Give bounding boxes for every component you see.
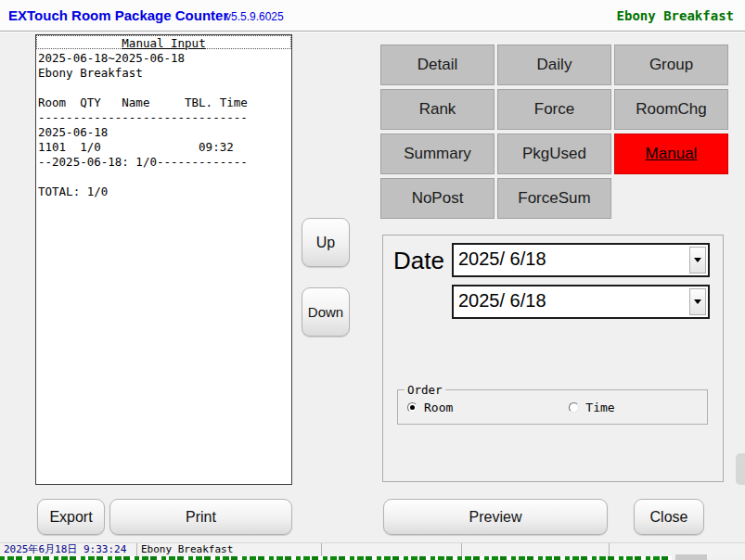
room-package-counter-window: EXTouch Room Package Counter v5.5.9.6025…: [0, 0, 745, 560]
title-bar: EXTouch Room Package Counter v5.5.9.6025…: [0, 0, 745, 32]
order-room-radio[interactable]: Room: [407, 401, 453, 414]
manual-button[interactable]: Manual: [614, 134, 728, 174]
preview-button[interactable]: Preview: [383, 499, 608, 535]
date-to-combobox[interactable]: 2025/ 6/18: [452, 285, 710, 319]
status-package: Ebony Breakfast: [137, 543, 322, 556]
report-body: 2025-06-18~2025-06-18 Ebony Breakfast Ro…: [36, 49, 291, 199]
close-button[interactable]: Close: [634, 499, 704, 535]
up-button[interactable]: Up: [302, 218, 350, 267]
report-listbox[interactable]: Manual Input 2025-06-18~2025-06-18 Ebony…: [35, 34, 292, 485]
status-panel-3: [322, 543, 462, 556]
chevron-down-icon[interactable]: [689, 288, 706, 315]
order-time-radio[interactable]: Time: [569, 401, 614, 414]
title-separator: [0, 31, 745, 32]
date-from-combobox[interactable]: 2025/ 6/18: [452, 243, 710, 277]
down-button[interactable]: Down: [302, 287, 350, 337]
chevron-down-icon[interactable]: [689, 247, 706, 274]
status-bar: 2025年6月18日 9:33:24 Ebony Breakfast: [0, 542, 745, 557]
app-title: EXTouch Room Package Counter: [8, 7, 228, 23]
report-type-grid: Detail Daily Group Rank Force RoomChg Su…: [380, 45, 728, 219]
roomchg-button[interactable]: RoomChg: [614, 89, 728, 130]
order-time-label: Time: [585, 401, 614, 414]
status-panel-4: [462, 543, 610, 556]
summary-button[interactable]: Summary: [380, 134, 495, 174]
export-button[interactable]: Export: [37, 499, 105, 535]
force-button[interactable]: Force: [497, 89, 611, 130]
date-label: Date: [393, 247, 444, 275]
forcesum-button[interactable]: ForceSum: [497, 178, 611, 219]
order-room-label: Room: [424, 401, 453, 414]
date-from-value: 2025/ 6/18: [458, 248, 546, 270]
date-to-value: 2025/ 6/18: [458, 290, 546, 312]
pkgused-button[interactable]: PkgUsed: [497, 134, 611, 174]
daily-button[interactable]: Daily: [497, 45, 611, 85]
status-datetime: 2025年6月18日 9:33:24: [0, 543, 137, 556]
order-group-label: Order: [405, 383, 445, 397]
clipped-background-window-box: [675, 554, 707, 560]
right-edge-scroll-nub: [736, 453, 745, 485]
group-button[interactable]: Group: [614, 45, 728, 85]
detail-button[interactable]: Detail: [380, 45, 495, 85]
radio-icon: [569, 402, 579, 413]
report-title-row[interactable]: Manual Input: [36, 35, 291, 49]
order-groupbox: Order Room Time: [397, 389, 708, 425]
order-options: Room Time: [407, 401, 615, 414]
rank-button[interactable]: Rank: [380, 89, 495, 130]
app-version: v5.5.9.6025: [225, 10, 284, 23]
nopost-button[interactable]: NoPost: [380, 178, 495, 219]
clipped-background-window-text: [0, 556, 672, 560]
print-button[interactable]: Print: [109, 499, 292, 535]
radio-icon: [407, 402, 417, 413]
package-name-label: Ebony Breakfast: [617, 8, 734, 23]
